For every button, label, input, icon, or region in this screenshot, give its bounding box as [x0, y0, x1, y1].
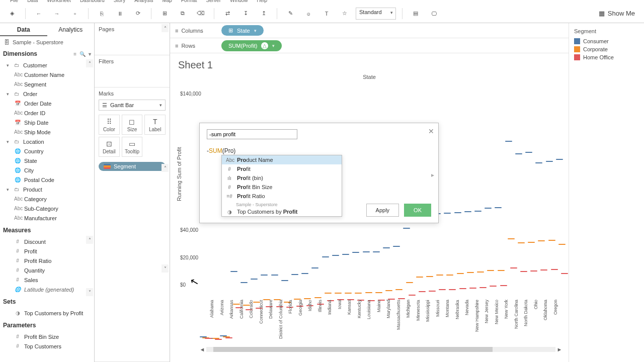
- scroll-down-icon[interactable]: ˅: [162, 264, 169, 273]
- gantt-mark[interactable]: [342, 254, 349, 255]
- gantt-mark[interactable]: [510, 267, 517, 268]
- menu-window[interactable]: Window: [230, 0, 248, 2]
- gantt-mark[interactable]: [355, 293, 362, 294]
- gantt-mark[interactable]: [487, 270, 494, 271]
- new-datasource-button[interactable]: ⎘: [95, 7, 109, 21]
- mark-tooltip[interactable]: ▭Tooltip: [122, 137, 143, 157]
- back-button[interactable]: ←: [32, 7, 46, 21]
- dim-field[interactable]: 🌐Country: [0, 146, 94, 156]
- forward-button[interactable]: →: [50, 7, 64, 21]
- gantt-mark[interactable]: [406, 282, 413, 283]
- gantt-mark[interactable]: [505, 141, 512, 142]
- scroll-right-icon[interactable]: ►: [555, 346, 564, 352]
- close-button[interactable]: ✕: [428, 127, 434, 135]
- menu-dashboard[interactable]: Dashboard: [80, 0, 105, 2]
- dim-field[interactable]: AbcOrder ID: [0, 108, 94, 118]
- calc-formula-input[interactable]: -SUM(Pro): [207, 147, 431, 155]
- clear-button[interactable]: ⌫: [194, 7, 208, 21]
- gantt-mark[interactable]: [365, 292, 372, 293]
- menu-format[interactable]: Format: [181, 0, 197, 2]
- gantt-mark[interactable]: [419, 291, 426, 292]
- gantt-mark[interactable]: [281, 280, 288, 281]
- parameter-field[interactable]: #Top Customers: [0, 341, 94, 351]
- measure-field[interactable]: #Profit Ratio: [0, 256, 94, 265]
- gantt-mark[interactable]: [556, 159, 563, 160]
- gantt-mark[interactable]: [314, 297, 321, 298]
- legend-item[interactable]: Consumer: [574, 37, 639, 45]
- gantt-mark[interactable]: [311, 267, 318, 268]
- horizontal-scrollbar[interactable]: ◄ ►: [198, 346, 564, 353]
- gantt-mark[interactable]: [469, 288, 476, 289]
- rows-pill-sumprofit[interactable]: SUM(Profit) △ ▾: [221, 40, 282, 51]
- sheet-title[interactable]: Sheet 1: [178, 59, 562, 71]
- gantt-mark[interactable]: [345, 293, 352, 294]
- calc-name-input[interactable]: [207, 129, 297, 139]
- dim-field[interactable]: AbcCategory: [0, 194, 94, 204]
- gantt-mark[interactable]: [535, 162, 542, 163]
- gantt-mark[interactable]: [500, 285, 507, 286]
- mark-type-select[interactable]: ☰ Gantt Bar: [99, 100, 166, 111]
- sort-desc-button[interactable]: ↥: [257, 7, 271, 21]
- gantt-mark[interactable]: [459, 288, 466, 289]
- gantt-mark[interactable]: [444, 213, 451, 214]
- sort-asc-button[interactable]: ↧: [238, 7, 253, 21]
- gantt-mark[interactable]: [498, 270, 505, 271]
- gantt-mark[interactable]: [439, 289, 446, 290]
- gantt-mark[interactable]: [457, 273, 464, 274]
- tab-data[interactable]: Data: [0, 23, 47, 36]
- apply-button[interactable]: Apply: [366, 204, 399, 217]
- dim-field[interactable]: AbcSub-Category: [0, 204, 94, 213]
- gantt-mark[interactable]: [352, 252, 359, 253]
- dim-field[interactable]: AbcShip Mode: [0, 127, 94, 137]
- measure-field[interactable]: #Profit: [0, 246, 94, 256]
- legend-item[interactable]: Corporate: [574, 45, 639, 53]
- group-button[interactable]: ⌾: [301, 7, 315, 21]
- gantt-mark[interactable]: [363, 251, 370, 252]
- autocomplete-item[interactable]: =#Profit Ratio: [222, 192, 342, 201]
- measure-field[interactable]: #Discount: [0, 237, 94, 246]
- gantt-mark[interactable]: [393, 246, 400, 247]
- duplicate-button[interactable]: ⧉: [176, 7, 190, 21]
- gantt-mark[interactable]: [373, 251, 380, 252]
- gantt-mark[interactable]: [429, 291, 436, 292]
- gantt-mark[interactable]: [230, 271, 237, 272]
- gantt-mark[interactable]: [291, 274, 298, 275]
- gantt-mark[interactable]: [520, 271, 527, 272]
- dim-field[interactable]: 📅Ship Date: [0, 118, 94, 127]
- parameter-field[interactable]: #Profit Bin Size: [0, 332, 94, 341]
- menu-worksheet[interactable]: Worksheet: [47, 0, 71, 2]
- gantt-mark[interactable]: [479, 287, 487, 288]
- autocomplete-item[interactable]: ılıProfit (bin): [222, 173, 342, 183]
- dim-field[interactable]: AbcSegment: [0, 79, 94, 89]
- text-button[interactable]: T: [319, 7, 334, 21]
- menu-help[interactable]: Help: [257, 0, 268, 2]
- ok-button[interactable]: OK: [404, 204, 431, 217]
- gantt-mark[interactable]: [490, 286, 497, 287]
- autocomplete-item[interactable]: AbcProduct Name: [222, 155, 342, 164]
- mark-label[interactable]: TLabel: [144, 115, 166, 135]
- gantt-mark[interactable]: [515, 153, 522, 154]
- view-as-icon[interactable]: ≡: [73, 51, 76, 57]
- gantt-mark[interactable]: [325, 293, 332, 294]
- measure-field[interactable]: #Sales: [0, 275, 94, 285]
- scroll-up-icon[interactable]: ˄: [86, 59, 93, 67]
- menu-analysis[interactable]: Analysis: [134, 0, 153, 2]
- tab-analytics[interactable]: Analytics: [47, 23, 95, 36]
- gantt-mark[interactable]: [240, 282, 248, 283]
- menu-map[interactable]: Map: [162, 0, 172, 2]
- gantt-mark[interactable]: [403, 228, 410, 229]
- legend-item[interactable]: Home Office: [574, 53, 639, 61]
- dim-group[interactable]: ▾🗀Customer: [0, 60, 94, 70]
- mark-size[interactable]: ◻Size: [122, 115, 143, 135]
- gantt-mark[interactable]: [446, 275, 453, 276]
- gantt-mark[interactable]: [416, 277, 423, 278]
- gantt-mark[interactable]: [271, 275, 278, 276]
- gantt-mark[interactable]: [398, 298, 405, 299]
- refresh-button[interactable]: ⟳: [131, 7, 145, 21]
- gantt-mark[interactable]: [332, 255, 339, 256]
- gantt-mark[interactable]: [335, 293, 342, 294]
- menu-server[interactable]: Server: [206, 0, 221, 2]
- gantt-mark[interactable]: [464, 211, 471, 212]
- gantt-mark[interactable]: [546, 161, 553, 162]
- highlight-button[interactable]: ✎: [283, 7, 297, 21]
